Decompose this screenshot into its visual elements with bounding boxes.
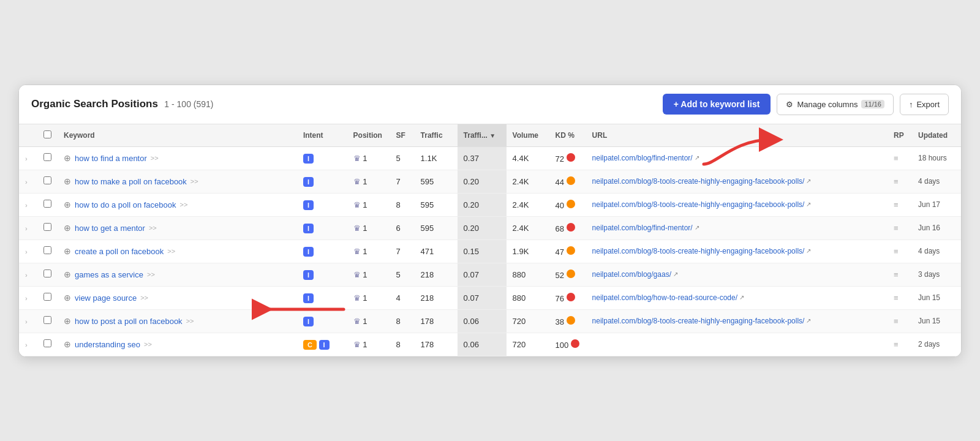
keyword-arrows: >> [140, 294, 148, 301]
row-checkbox[interactable] [43, 316, 51, 324]
volume-value: 4.4K [507, 146, 549, 170]
url-link[interactable]: neilpatel.com/blog/find-mentor/ ↗ [592, 154, 881, 162]
row-checkbox[interactable] [43, 293, 51, 301]
url-link[interactable]: neilpatel.com/blog/8-tools-create-highly… [592, 200, 881, 209]
crown-icon: ♛ [353, 293, 361, 303]
position-value: ♛ 1 [353, 154, 368, 163]
select-all-checkbox[interactable] [43, 130, 51, 138]
keyword-text[interactable]: how to find a mentor [75, 154, 147, 163]
crown-icon: ♛ [353, 247, 361, 256]
row-expander[interactable]: › [25, 295, 28, 302]
keyword-cell[interactable]: ⊕ understanding seo >> [64, 339, 291, 349]
url-link[interactable]: neilpatel.com/blog/8-tools-create-highly… [592, 247, 881, 255]
row-checkbox[interactable] [43, 246, 51, 254]
col-traffic-pct[interactable]: Traffi... ▼ [458, 124, 507, 147]
plus-icon: ⊕ [64, 339, 71, 349]
updated-value: 4 days [912, 239, 961, 263]
traffic-pct-value: 0.37 [458, 146, 507, 170]
keyword-cell[interactable]: ⊕ how to find a mentor >> [64, 153, 291, 163]
keyword-text[interactable]: how to get a mentor [75, 224, 145, 233]
keyword-cell[interactable]: ⊕ how to do a poll on facebook >> [64, 200, 291, 209]
keyword-text[interactable]: how to post a poll on facebook [75, 317, 183, 326]
rp-value: ≡ [888, 309, 912, 333]
keyword-cell[interactable]: ⊕ how to make a poll on facebook >> [64, 176, 291, 186]
row-checkbox[interactable] [43, 270, 51, 277]
url-link[interactable]: neilpatel.com/blog/find-mentor/ ↗ [592, 224, 881, 232]
external-link-icon: ↗ [806, 201, 811, 208]
rp-icon: ≡ [894, 154, 899, 163]
kd-value: 52 [549, 263, 586, 286]
plus-icon: ⊕ [64, 316, 71, 326]
col-position: Position [347, 124, 390, 147]
keyword-arrows: >> [186, 317, 194, 325]
keyword-cell[interactable]: ⊕ create a poll on facebook >> [64, 246, 291, 256]
volume-value: 2.4K [507, 193, 549, 216]
row-checkbox[interactable] [43, 200, 51, 208]
row-checkbox[interactable] [43, 176, 51, 184]
keyword-cell[interactable]: ⊕ games as a service >> [64, 270, 291, 279]
col-sf: SF [390, 124, 415, 147]
updated-value: Jun 17 [912, 193, 961, 216]
row-expander[interactable]: › [25, 202, 28, 209]
row-expander[interactable]: › [25, 271, 28, 279]
keyword-text[interactable]: understanding seo [75, 340, 140, 349]
keyword-text[interactable]: how to do a poll on facebook [75, 200, 176, 209]
add-to-keyword-list-button[interactable]: + Add to keyword list [663, 94, 771, 115]
position-value: ♛ 1 [353, 177, 368, 186]
row-expander[interactable]: › [25, 318, 28, 325]
crown-icon: ♛ [353, 177, 361, 186]
url-link[interactable]: neilpatel.com/blog/8-tools-create-highly… [592, 177, 881, 186]
kd-value: 76 [549, 286, 586, 309]
sf-value: 8 [390, 193, 415, 216]
keyword-cell[interactable]: ⊕ view page source >> [64, 293, 291, 303]
keyword-cell[interactable]: ⊕ how to post a poll on facebook >> [64, 316, 291, 326]
col-rp: RP [888, 124, 912, 147]
export-button[interactable]: ↑ Export [900, 94, 949, 115]
url-link[interactable]: neilpatel.com/blog/8-tools-create-highly… [592, 317, 881, 325]
traffic-value: 218 [415, 286, 458, 309]
keyword-text[interactable]: how to make a poll on facebook [75, 177, 187, 186]
position-value: ♛ 1 [353, 224, 368, 233]
crown-icon: ♛ [353, 340, 361, 349]
volume-value: 720 [507, 333, 549, 356]
keyword-text[interactable]: view page source [75, 293, 137, 303]
updated-value: Jun 15 [912, 309, 961, 333]
row-checkbox[interactable] [43, 339, 51, 347]
keyword-arrows: >> [180, 201, 188, 208]
plus-icon: ⊕ [64, 176, 71, 186]
keyword-text[interactable]: create a poll on facebook [75, 247, 164, 256]
intent-badge-i: I [303, 317, 314, 326]
row-checkbox[interactable] [43, 223, 51, 231]
table-row: › ⊕ how to do a poll on facebook >> I ♛ … [19, 193, 961, 216]
row-checkbox[interactable] [43, 153, 51, 161]
rp-value: ≡ [888, 170, 912, 193]
intent-badge-c: C [303, 340, 317, 350]
intent-badge-i: I [303, 177, 314, 187]
col-checkbox[interactable] [37, 124, 58, 147]
rp-icon: ≡ [894, 317, 899, 326]
traffic-pct-value: 0.07 [458, 263, 507, 286]
keyword-arrows: >> [149, 224, 157, 232]
row-expander[interactable]: › [25, 225, 28, 232]
keyword-text[interactable]: games as a service [75, 270, 143, 279]
volume-value: 720 [507, 309, 549, 333]
url-link[interactable]: neilpatel.com/blog/gaas/ ↗ [592, 270, 881, 279]
position-value: ♛ 1 [353, 247, 368, 256]
row-expander[interactable]: › [25, 178, 28, 186]
row-expander[interactable]: › [25, 155, 28, 162]
plus-icon: ⊕ [64, 246, 71, 256]
external-link-icon: ↗ [673, 271, 678, 277]
intent-badge-i: I [303, 293, 314, 303]
rp-icon: ≡ [894, 340, 899, 349]
sf-value: 7 [390, 239, 415, 263]
row-expander[interactable]: › [25, 248, 28, 255]
col-keyword[interactable]: Keyword [58, 124, 297, 147]
manage-columns-button[interactable]: ⚙ Manage columns 11/16 [777, 94, 894, 115]
sf-value: 4 [390, 286, 415, 309]
gear-icon: ⚙ [786, 100, 793, 109]
position-value: ♛ 1 [353, 200, 368, 209]
row-expander[interactable]: › [25, 341, 28, 349]
keyword-cell[interactable]: ⊕ how to get a mentor >> [64, 223, 291, 233]
traffic-value: 595 [415, 216, 458, 239]
url-link[interactable]: neilpatel.com/blog/how-to-read-source-co… [592, 293, 881, 302]
